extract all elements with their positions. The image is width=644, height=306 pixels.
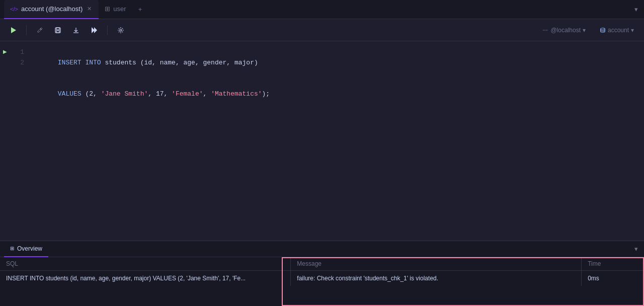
col-header-message: Message [291, 257, 582, 271]
line-number-1: 1 [14, 47, 26, 58]
kw-values: VALUES [58, 90, 82, 98]
table-ref: students [105, 59, 136, 66]
tab-overview[interactable]: ⊞ Overview [4, 241, 48, 257]
settings-button[interactable] [114, 23, 128, 37]
val-age: 17 [156, 90, 164, 98]
results-header-row: SQL Message Time [0, 257, 644, 271]
tab-user[interactable]: ⊞ user [99, 0, 132, 19]
cell-sql: INSERT INTO students (id, name, age, gen… [0, 271, 291, 286]
run-line-arrow: ▶ [3, 48, 7, 56]
svg-rect-3 [56, 28, 59, 30]
results-table-container: SQL Message Time INSERT INTO students (i… [0, 257, 644, 306]
db-tab-icon: ⊞ [105, 5, 110, 13]
run-all-button[interactable] [87, 23, 101, 37]
code-icon: </> [10, 6, 18, 12]
tab-account-label: account (@localhost) [21, 5, 83, 13]
val-name: 'Jane Smith' [101, 90, 148, 98]
run-indicator: ▶ [0, 41, 10, 241]
col-header-time: Time [582, 257, 644, 271]
toolbar: @localhost ▾ account ▾ [0, 19, 644, 41]
tab-account[interactable]: </> account (@localhost) ✕ [4, 0, 99, 19]
svg-rect-4 [56, 31, 59, 33]
db-chevron: ▾ [631, 27, 634, 34]
host-icon [542, 27, 548, 33]
add-tab-button[interactable]: + [134, 4, 146, 16]
toolbar-divider-2 [107, 25, 108, 35]
kw-insert: INSERT [58, 59, 82, 66]
cell-time: 0ms [582, 271, 644, 286]
col-list: id, name, age, gender, major [144, 59, 254, 66]
val-gender: 'Female' [172, 90, 203, 98]
host-selector[interactable]: @localhost ▾ [538, 25, 590, 36]
tab-user-label: user [113, 5, 126, 13]
svg-point-11 [601, 28, 605, 29]
overview-icon: ⊞ [10, 246, 14, 251]
tab-account-close[interactable]: ✕ [86, 6, 93, 13]
host-label: @localhost [550, 27, 581, 34]
code-line-1: INSERT INTO students (id, name, age, gen… [34, 47, 644, 79]
results-table: SQL Message Time INSERT INTO students (i… [0, 257, 644, 286]
host-chevron: ▾ [583, 27, 586, 34]
tab-overview-label: Overview [17, 245, 42, 252]
db-selector[interactable]: account ▾ [596, 25, 638, 36]
editor-area: ▶ 1 2 INSERT INTO students (id, name, ag… [0, 41, 644, 241]
bottom-tabs: ⊞ Overview ▾ [0, 241, 644, 257]
edit-button[interactable] [33, 23, 47, 37]
code-line-2: VALUES (2, 'Jane Smith', 17, 'Female', '… [34, 79, 644, 110]
database-icon [600, 27, 606, 33]
cell-message: failure: Check constraint 'students_chk_… [291, 271, 582, 286]
col-header-sql: SQL [0, 257, 291, 271]
svg-marker-8 [94, 27, 97, 33]
save-button[interactable] [51, 23, 65, 37]
tabs-overflow-button[interactable]: ▾ [632, 4, 640, 15]
line-number-2: 2 [14, 58, 26, 68]
svg-marker-0 [11, 27, 16, 33]
line-numbers: 1 2 [10, 41, 30, 241]
db-label: account [608, 27, 629, 34]
val-id: 2 [89, 90, 93, 98]
toolbar-divider-1 [26, 25, 27, 35]
svg-line-1 [40, 29, 41, 30]
connection-info: @localhost ▾ account ▾ [538, 25, 638, 36]
kw-into: INTO [85, 59, 101, 66]
download-button[interactable] [69, 23, 83, 37]
table-row: INSERT INTO students (id, name, age, gen… [0, 271, 644, 286]
tab-bar: </> account (@localhost) ✕ ⊞ user + ▾ [0, 0, 644, 19]
code-editor[interactable]: INSERT INTO students (id, name, age, gen… [30, 41, 644, 241]
bottom-panel: ⊞ Overview ▾ SQL Message Time INSERT INT… [0, 241, 644, 306]
bottom-panel-chevron[interactable]: ▾ [632, 243, 640, 255]
svg-point-9 [120, 29, 122, 31]
val-major: 'Mathematics' [211, 90, 262, 98]
run-button[interactable] [6, 23, 20, 37]
